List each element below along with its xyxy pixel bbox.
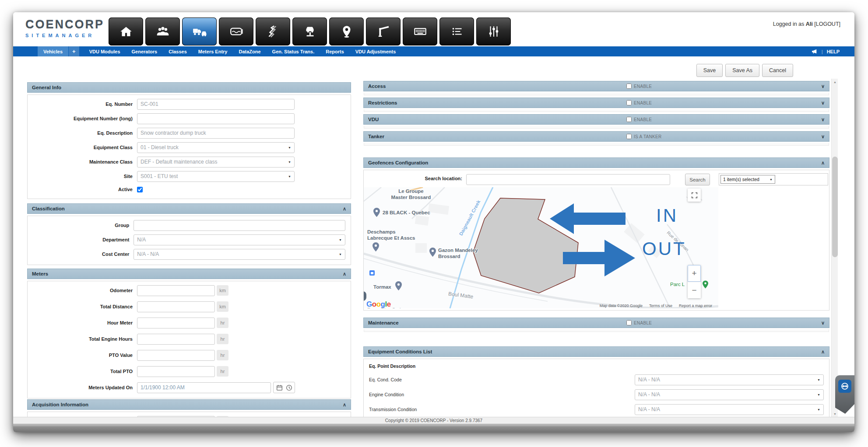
equipment-conditions-header[interactable]: Equipment Conditions List ∧	[363, 346, 829, 357]
transit-icon[interactable]	[369, 270, 375, 276]
fullscreen-button[interactable]	[688, 189, 701, 202]
save-as-button[interactable]: Save As	[725, 64, 759, 77]
remote-support-widget[interactable]	[835, 375, 854, 414]
search-location-input[interactable]	[466, 174, 670, 185]
report-map-error-link[interactable]: Report a map error	[679, 304, 712, 308]
transmission-condition-select[interactable]: N/A - N/A▼	[635, 404, 824, 415]
geofence-map[interactable]: Le GroupeMaster Brossard 28 BLACK - Queb…	[364, 187, 718, 308]
tanker-checkbox[interactable]	[626, 134, 632, 139]
access-enable-checkbox[interactable]	[626, 84, 632, 89]
condition-row: Transmission Condition N/A - N/A▼	[369, 404, 824, 415]
terms-of-use-link[interactable]: Terms of Use	[649, 304, 672, 308]
vehicle-lift-button[interactable]	[292, 17, 327, 45]
suspension-icon	[266, 25, 281, 38]
maintenance-class-select[interactable]: DEF - Default maintenance class▼	[137, 157, 295, 168]
equipment-class-select[interactable]: 01 - Diesel truck▼	[137, 142, 295, 153]
chevron-up-icon[interactable]: ∧	[343, 402, 346, 408]
department-select[interactable]: N/A▼	[134, 234, 345, 245]
map-pin-icon[interactable]	[429, 248, 436, 257]
group-input[interactable]	[134, 220, 345, 231]
restrictions-enable-checkbox[interactable]	[626, 100, 632, 105]
users-button[interactable]	[145, 17, 180, 45]
classification-header[interactable]: Classification ∧	[27, 203, 351, 214]
maintenance-header[interactable]: Maintenance ENABLE ∨	[363, 318, 829, 328]
save-button[interactable]: Save	[696, 64, 723, 77]
date-time-picker[interactable]	[273, 382, 295, 393]
park-pin-icon[interactable]	[703, 280, 708, 289]
tab-vdu-adjustments[interactable]: VDU Adjustments	[350, 46, 402, 56]
fuel-tank-button[interactable]	[219, 17, 253, 45]
acquisition-header[interactable]: Acquisition Information ∧	[27, 399, 351, 410]
restrictions-header[interactable]: Restrictions ENABLE ∨	[363, 98, 829, 108]
chevron-down-icon[interactable]: ∨	[821, 100, 825, 106]
chevron-up-icon[interactable]: ∧	[821, 160, 825, 166]
vdu-enable-checkbox[interactable]	[626, 117, 632, 122]
cancel-button[interactable]: Cancel	[762, 64, 793, 77]
general-info-header[interactable]: General Info	[27, 82, 351, 93]
eq-number-long-input[interactable]	[137, 113, 295, 124]
chevron-down-icon[interactable]: ∨	[821, 84, 825, 89]
tab-vdu-modules[interactable]: VDU Modules	[84, 46, 126, 56]
hour-meter-input[interactable]	[137, 318, 215, 328]
tab-classes[interactable]: Classes	[163, 46, 193, 56]
total-engine-hours-input[interactable]	[137, 334, 215, 345]
chevron-down-icon[interactable]: ∨	[821, 134, 825, 140]
chevron-up-icon[interactable]: ∧	[343, 206, 346, 212]
zoom-out-button[interactable]: −	[688, 282, 701, 298]
scroll-up-arrow[interactable]: ▲	[832, 79, 838, 85]
search-button[interactable]: Search	[685, 174, 710, 185]
maintenance-enable-checkbox[interactable]	[626, 320, 632, 325]
active-checkbox[interactable]	[137, 187, 143, 192]
site-select[interactable]: S001 - ETU test▼	[137, 171, 295, 182]
odometer-input[interactable]	[137, 285, 215, 296]
vdu-header[interactable]: VDU ENABLE ∨	[363, 114, 829, 125]
chevron-up-icon[interactable]: ∧	[821, 349, 825, 355]
tanker-header[interactable]: Tanker IS A TANKER ∨	[363, 131, 829, 142]
map-pin-icon[interactable]	[395, 281, 402, 290]
zoom-in-button[interactable]: +	[688, 265, 701, 282]
announcement-icon[interactable]	[812, 49, 818, 54]
tab-vehicles[interactable]: Vehicles	[38, 46, 68, 56]
tab-generators[interactable]: Generators	[126, 46, 163, 56]
help-link[interactable]: HELP	[827, 49, 840, 54]
chevron-down-icon[interactable]: ∨	[821, 320, 825, 326]
tab-reports[interactable]: Reports	[320, 46, 350, 56]
engine-condition-select[interactable]: N/A - N/A▼	[635, 389, 824, 400]
right-panel-scrollbar[interactable]: ▲ ▼	[831, 79, 838, 417]
meters-updated-input[interactable]	[137, 382, 271, 393]
pto-value-label: PTO Value	[33, 353, 137, 358]
chevron-up-icon[interactable]: ∧	[343, 271, 346, 277]
tab-datazone[interactable]: DataZone	[233, 46, 266, 56]
suspension-button[interactable]	[256, 17, 290, 45]
adjustments-button[interactable]	[476, 17, 511, 45]
geofence-selection-dropdown[interactable]: 1 item(s) selected ▼	[720, 175, 775, 184]
access-header[interactable]: Access ENABLE ∨	[363, 81, 829, 91]
map-pin-icon[interactable]	[373, 242, 379, 251]
gate-button[interactable]	[366, 17, 401, 45]
active-label: Active	[33, 187, 137, 192]
cost-center-select[interactable]: N/A - N/A▼	[134, 249, 345, 260]
scrollbar-thumb[interactable]	[832, 157, 838, 257]
map-label-deschamps: DeschampsLabrecque Et Asscs	[367, 229, 415, 241]
total-pto-input[interactable]	[137, 366, 215, 377]
scroll-down-arrow[interactable]: ▼	[832, 411, 838, 417]
home-button[interactable]	[109, 17, 143, 45]
add-vehicle-button[interactable]: +	[69, 46, 79, 56]
eq-description-input[interactable]	[137, 128, 295, 139]
geofences-header[interactable]: Geofences Configuration ∧	[363, 157, 829, 168]
map-pin-icon[interactable]	[373, 208, 380, 217]
eq-number-input[interactable]	[137, 99, 295, 110]
form-row: Total Engine Hours hr	[33, 333, 345, 345]
location-button[interactable]	[329, 17, 364, 45]
logout-link[interactable]: [LOGOUT]	[814, 21, 840, 27]
chevron-down-icon[interactable]: ∨	[821, 117, 825, 122]
pto-value-input[interactable]	[137, 350, 215, 361]
vehicles-button[interactable]	[182, 17, 217, 45]
tab-gen-status-trans[interactable]: Gen. Status Trans.	[267, 46, 320, 56]
keyboard-button[interactable]	[403, 17, 437, 45]
total-distance-input[interactable]	[137, 301, 215, 312]
tab-meters-entry[interactable]: Meters Entry	[193, 46, 233, 56]
eq-cond-code-select[interactable]: N/A - N/A▼	[635, 374, 824, 385]
list-button[interactable]	[439, 17, 474, 45]
meters-header[interactable]: Meters ∧	[27, 269, 351, 279]
